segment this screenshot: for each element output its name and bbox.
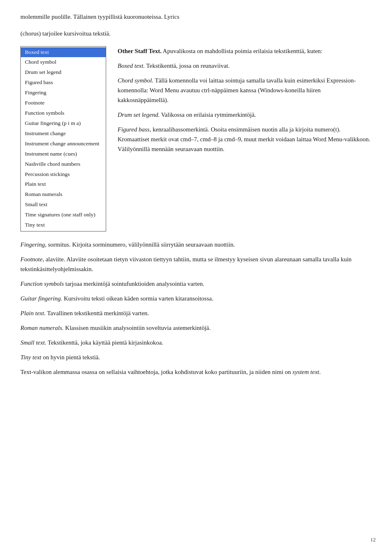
full-para-2: Function symbols tarjoaa merkintöjä soin… — [20, 279, 372, 289]
list-item-percussion-stickings[interactable]: Percussion stickings — [21, 169, 106, 180]
list-item-instrument-change-announcement[interactable]: Instrument change announcement — [21, 139, 106, 149]
para-body-7: on hyvin pientä tekstiä. — [41, 354, 100, 361]
full-para-5: Roman numerals. Klassisen musiikin analy… — [20, 323, 372, 333]
intro-line1: molemmille puolille. Tällainen tyypillis… — [20, 12, 372, 22]
list-item-function-symbols[interactable]: Function symbols — [21, 108, 106, 118]
list-item-chord-symbol[interactable]: Chord symbol — [21, 57, 106, 67]
full-paragraphs: Fingering, sormitus. Kirjoita sorminumer… — [20, 240, 372, 377]
list-item-roman-numerals[interactable]: Roman numerals — [21, 189, 106, 200]
main-layout: Boxed textChord symbolDrum set legendFig… — [20, 46, 372, 232]
figured-bass-label: Figured bass, — [118, 126, 151, 133]
para-prefix-0: Fingering, — [20, 241, 47, 248]
para-body-8: Text-valikon alemmassa osassa on sellais… — [20, 369, 321, 375]
para-body-5: Klassisen musiikin analysointiin soveltu… — [64, 325, 211, 331]
drum-set-label: Drum set legend. — [118, 111, 160, 118]
chord-symbol-para: Chord symbol. Tällä komennolla voi laitt… — [118, 76, 372, 105]
para-prefix-3: Guitar fingering. — [20, 295, 62, 302]
list-item-guitar-fingering-p-i-m-a[interactable]: Guitar fingering (p i m a) — [21, 118, 106, 129]
full-para-3: Guitar fingering. Kursivoitu teksti oike… — [20, 294, 372, 303]
list-item-time-signatures-one-staff-only[interactable]: Time signatures (one staff only) — [21, 210, 106, 220]
para-prefix-7: Tiny text — [20, 354, 41, 361]
list-item-drum-set-legend[interactable]: Drum set legend — [21, 67, 106, 78]
para-prefix-6: Small text. — [20, 339, 46, 346]
para1-text: Apuvalikosta on mahdollista poimia erila… — [163, 48, 323, 54]
figured-bass-body: kenraalibassomerkintä. Osoita ensimmäise… — [118, 126, 370, 152]
para-body-6: Tekstikenttä, joka käyttää pientä kirjas… — [46, 339, 163, 346]
para-body-4: Tavallinen tekstikenttä merkintöjä varte… — [46, 310, 149, 316]
boxed-text-label: Boxed text. — [118, 62, 145, 69]
para-prefix-2: Function symbols — [20, 280, 64, 287]
intro-line2: (chorus) tarjoilee kursivoitua tekstiä. — [20, 29, 372, 38]
full-para-8: Text-valikon alemmassa osassa on sellais… — [20, 367, 372, 377]
full-para-7: Tiny text on hyvin pientä tekstiä. — [20, 352, 372, 362]
para-body-1: alaviite. Alaviite osoitetaan tietyn vii… — [20, 256, 352, 272]
list-item-small-text[interactable]: Small text — [21, 200, 106, 210]
list-item-instrument-change[interactable]: Instrument change — [21, 129, 106, 139]
para-prefix-5: Roman numerals. — [20, 325, 64, 331]
drum-set-body: Valikossa on erilaisia rytmimerkintöjä. — [160, 111, 256, 118]
para-body-0: sormitus. Kirjoita sorminumero, välilyön… — [47, 241, 235, 248]
chord-symbol-body: Tällä komennolla voi laittaa sointuja sa… — [118, 77, 356, 103]
boxed-text-body: Tekstikenttä, jossa on reunaviivat. — [145, 62, 230, 69]
staff-text-list[interactable]: Boxed textChord symbolDrum set legendFig… — [20, 46, 106, 232]
full-para-1: Footnote, alaviite. Alaviite osoitetaan … — [20, 254, 372, 274]
list-item-tiny-text[interactable]: Tiny text — [21, 220, 106, 230]
list-item-instrument-name-cues[interactable]: Instrument name (cues) — [21, 149, 106, 159]
full-para-0: Fingering, sormitus. Kirjoita sorminumer… — [20, 240, 372, 249]
para-prefix-1: Footnote, — [20, 256, 44, 263]
para-body-2: tarjoaa merkintöjä sointufunktioiden ana… — [64, 280, 204, 287]
right-content: Other Staff Text. Apuvalikosta on mahdol… — [118, 46, 372, 159]
drum-set-para: Drum set legend. Valikossa on erilaisia … — [118, 110, 372, 120]
section-header: Other Staff Text. Apuvalikosta on mahdol… — [118, 46, 372, 56]
list-item-footnote[interactable]: Footnote — [21, 98, 106, 108]
para-body-3: Kursivoitu teksti oikean käden sormia va… — [62, 295, 214, 302]
full-para-6: Small text. Tekstikenttä, joka käyttää p… — [20, 338, 372, 347]
list-item-nashville-chord-numbers[interactable]: Nashville chord numbers — [21, 159, 106, 169]
section-title: Other Staff Text. — [118, 48, 162, 54]
system-text-label: system text — [292, 369, 319, 375]
list-item-fingering[interactable]: Fingering — [21, 88, 106, 98]
list-item-plain-text[interactable]: Plain text — [21, 179, 106, 189]
list-item-figured-bass[interactable]: Figured bass — [21, 78, 106, 88]
boxed-text-para: Boxed text. Tekstikenttä, jossa on reuna… — [118, 61, 372, 71]
figured-bass-para: Figured bass, kenraalibassomerkintä. Oso… — [118, 125, 372, 154]
full-para-4: Plain text. Tavallinen tekstikenttä merk… — [20, 308, 372, 318]
list-item-boxed-text[interactable]: Boxed text — [21, 47, 106, 58]
chord-symbol-label: Chord symbol. — [118, 77, 154, 84]
para-prefix-4: Plain text. — [20, 310, 46, 316]
